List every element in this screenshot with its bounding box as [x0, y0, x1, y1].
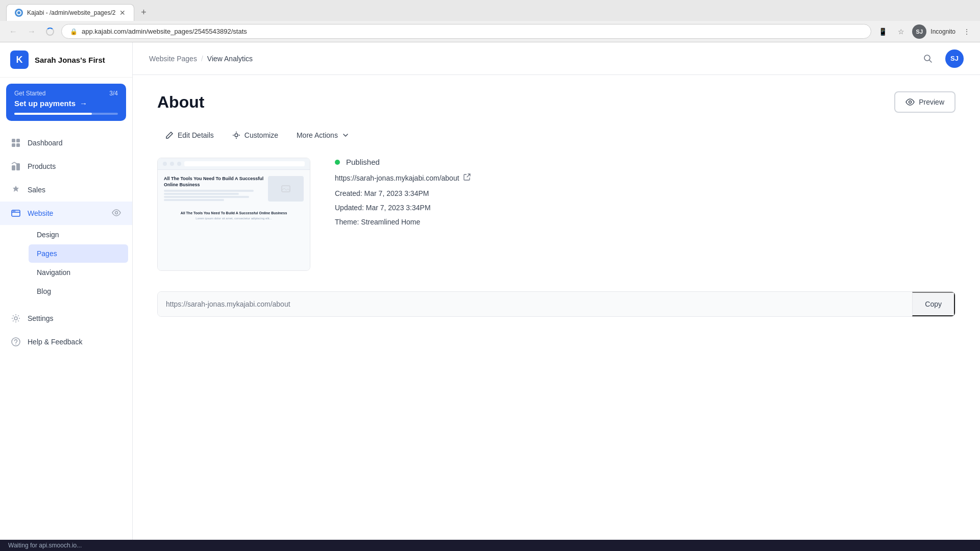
sidebar-nav: Dashboard Products Sales Website [0, 127, 132, 540]
more-actions-label: More Actions [297, 131, 338, 139]
reload-button[interactable] [43, 24, 57, 39]
settings-label: Settings [28, 314, 122, 322]
sidebar-cta[interactable]: Get Started 3/4 Set up payments → [6, 84, 126, 121]
preview-dot-3 [177, 162, 181, 166]
cta-progress-fill [14, 113, 92, 115]
updated-row: Updated: Mar 7, 2023 3:34PM [335, 204, 955, 212]
app-container: K Sarah Jonas's First Get Started 3/4 Se… [0, 42, 980, 540]
address-text: app.kajabi.com/admin/website_pages/25455… [82, 28, 863, 35]
tab-close-button[interactable]: ✕ [119, 9, 126, 17]
avatar-initials: SJ [950, 55, 959, 62]
cta-count: 3/4 [109, 90, 118, 97]
theme-row: Theme: Streamlined Home [335, 218, 955, 226]
sidebar-item-help[interactable]: Help & Feedback [0, 330, 132, 354]
preview-section: All The Tools You Need To Build A Succes… [164, 211, 304, 220]
cast-button[interactable]: 📱 [875, 24, 890, 39]
cta-arrow-icon: → [80, 99, 87, 108]
svg-point-12 [15, 344, 16, 345]
breadcrumb-parent-link[interactable]: Website Pages [149, 55, 197, 63]
sidebar: K Sarah Jonas's First Get Started 3/4 Se… [0, 42, 133, 540]
svg-rect-3 [16, 143, 20, 147]
preview-thumbnail: All The Tools You Need To Build A Succes… [158, 158, 310, 270]
created-value: Mar 7, 2023 3:34PM [364, 189, 429, 197]
new-tab-button[interactable]: + [136, 6, 151, 20]
sidebar-item-website[interactable]: Website [0, 202, 132, 225]
sidebar-item-navigation[interactable]: Navigation [29, 263, 128, 282]
logo-letter: K [16, 55, 23, 65]
profile-button[interactable]: SJ [912, 24, 926, 39]
cta-label: Get Started [14, 90, 45, 97]
website-icon [10, 208, 21, 219]
edit-details-button[interactable]: Edit Details [157, 127, 222, 143]
preview-text-lines [164, 190, 264, 201]
active-tab[interactable]: Kajabi - /admin/website_pages/2 ✕ [6, 4, 134, 21]
preview-header-bar [158, 158, 310, 170]
address-bar[interactable]: 🔒 app.kajabi.com/admin/website_pages/254… [61, 24, 871, 39]
help-label: Help & Feedback [28, 338, 122, 346]
website-label: Website [28, 209, 106, 217]
svg-point-10 [14, 317, 17, 320]
sidebar-item-dashboard[interactable]: Dashboard [0, 131, 132, 155]
loading-spinner [46, 28, 54, 36]
created-row: Created: Mar 7, 2023 3:34PM [335, 189, 955, 197]
tab-title: Kajabi - /admin/website_pages/2 [27, 9, 115, 16]
back-button[interactable]: ← [6, 24, 20, 39]
main-content: About Preview Edit Details Customize Mor… [133, 75, 980, 540]
dashboard-label: Dashboard [28, 139, 122, 147]
design-label: Design [37, 231, 59, 239]
svg-point-7 [13, 211, 14, 212]
text-line-2 [164, 193, 239, 195]
breadcrumb-current: View Analytics [207, 55, 253, 63]
navigation-label: Navigation [37, 268, 70, 277]
sidebar-item-products[interactable]: Products [0, 155, 132, 178]
sidebar-item-pages[interactable]: Pages [29, 244, 128, 263]
breadcrumb: Website Pages / View Analytics [149, 55, 253, 63]
svg-point-13 [924, 55, 930, 61]
content-area: All The Tools You Need To Build A Succes… [157, 158, 955, 271]
menu-button[interactable]: ⋮ [960, 24, 974, 39]
sidebar-item-sales[interactable]: Sales [0, 178, 132, 202]
sidebar-item-blog[interactable]: Blog [29, 282, 128, 300]
theme-label: Theme: [335, 218, 359, 226]
svg-rect-4 [12, 165, 15, 170]
preview-dot-1 [163, 162, 167, 166]
url-copy-box: Copy [157, 291, 955, 317]
products-icon [10, 161, 21, 172]
lock-icon: 🔒 [70, 28, 78, 35]
sidebar-sub-nav: Design Pages Navigation Blog [0, 226, 132, 300]
customize-button[interactable]: Customize [224, 127, 286, 143]
info-meta: Created: Mar 7, 2023 3:34PM Updated: Mar… [335, 189, 955, 226]
forward-button[interactable]: → [24, 24, 39, 39]
status-row: Published [335, 158, 955, 166]
copy-button[interactable]: Copy [912, 292, 955, 316]
browser-controls: ← → 🔒 app.kajabi.com/admin/website_pages… [0, 21, 980, 42]
page-title: About [157, 93, 204, 112]
sidebar-item-settings[interactable]: Settings [0, 307, 132, 330]
cta-action: Set up payments → [14, 99, 118, 108]
bookmark-button[interactable]: ☆ [894, 24, 908, 39]
text-line-4 [164, 199, 224, 201]
external-link-icon[interactable] [463, 173, 471, 182]
sales-label: Sales [28, 186, 122, 194]
incognito-icon: SJ [912, 24, 926, 39]
page-url-link[interactable]: https://sarah-jonas.mykajabi.com/about [335, 174, 459, 182]
sidebar-item-design[interactable]: Design [29, 226, 128, 244]
avatar[interactable]: SJ [945, 49, 964, 68]
svg-rect-16 [282, 186, 290, 192]
edit-details-label: Edit Details [178, 131, 214, 139]
status-text: Published [346, 158, 380, 166]
status-bar-text: Waiting for api.smooch.io... [8, 542, 82, 549]
preview-button[interactable]: Preview [894, 91, 955, 113]
svg-rect-0 [12, 139, 15, 142]
search-button[interactable] [919, 49, 937, 68]
url-copy-input[interactable] [158, 292, 912, 316]
logo-text: Sarah Jonas's First [35, 56, 105, 64]
blog-label: Blog [37, 287, 51, 295]
text-line-3 [164, 196, 249, 198]
sidebar-logo[interactable]: K Sarah Jonas's First [0, 42, 132, 78]
more-actions-button[interactable]: More Actions [288, 127, 357, 143]
page-header: Website Pages / View Analytics SJ [133, 42, 980, 75]
website-eye-icon [112, 208, 122, 218]
preview-section-title: All The Tools You Need To Build A Succes… [164, 211, 304, 215]
breadcrumb-separator: / [201, 55, 203, 63]
